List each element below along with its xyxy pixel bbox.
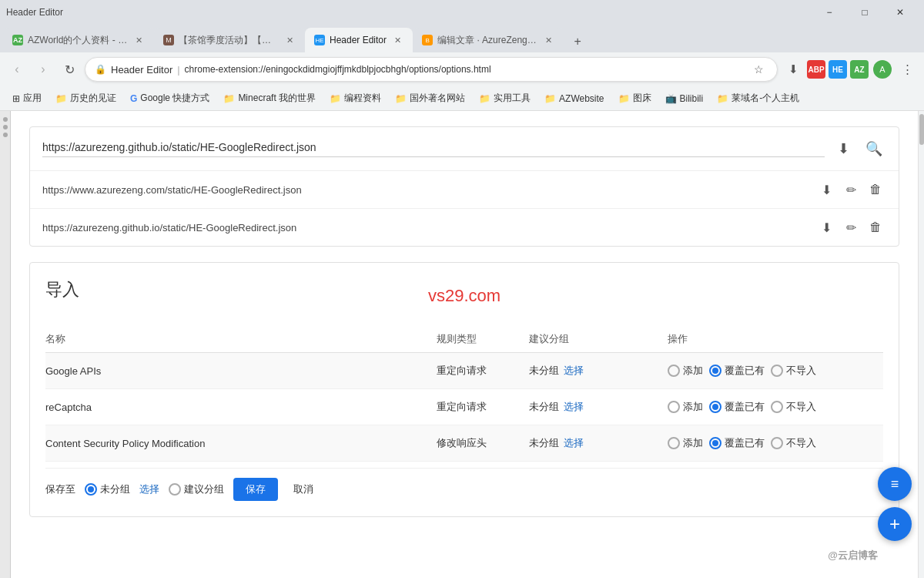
save-ungrouped-label: 未分组 — [100, 482, 130, 496]
row3-select-link[interactable]: 选择 — [564, 436, 584, 450]
row2-radio-overwrite-btn[interactable] — [709, 401, 721, 413]
left-sidebar-strip — [0, 111, 11, 578]
row1-radio-skip-btn[interactable] — [771, 365, 783, 377]
url-download-button[interactable]: ⬇ — [831, 136, 855, 161]
bookmark-star-button[interactable]: ☆ — [749, 60, 768, 79]
bookmark-folder-icon-3: 📁 — [330, 93, 341, 104]
bookmark-tools[interactable]: 📁 实用工具 — [473, 89, 537, 108]
bookmark-foreign[interactable]: 📁 国外著名网站 — [389, 89, 471, 108]
refresh-button[interactable]: ↻ — [59, 59, 80, 80]
table-header: 名称 规则类型 建议分组 操作 — [45, 326, 883, 353]
url-import-section: ⬇ 🔍 https://www.azurezeng.com/static/HE-… — [29, 126, 899, 247]
save-select-link[interactable]: 选择 — [139, 482, 159, 496]
save-suggested-radio[interactable]: 建议分组 — [169, 482, 224, 496]
url-download-btn-1[interactable]: ⬇ — [815, 179, 837, 200]
row1-radio-add-btn[interactable] — [668, 365, 680, 377]
save-ungrouped-radio[interactable]: 未分组 — [85, 482, 130, 496]
scrollbar[interactable] — [918, 111, 924, 578]
bookmark-bilibili-label: Bilibili — [680, 93, 704, 104]
row1-radio-skip[interactable]: 不导入 — [771, 364, 816, 378]
row1-group-label: 未分组 — [529, 364, 559, 378]
row2-name: reCaptcha — [45, 402, 437, 413]
url-search-button[interactable]: 🔍 — [862, 136, 886, 161]
row2-radio-overwrite[interactable]: 覆盖已有 — [709, 400, 765, 414]
row2-select-link[interactable]: 选择 — [564, 400, 584, 414]
row2-skip-label: 不导入 — [786, 400, 816, 414]
row2-radio-add-btn[interactable] — [668, 401, 680, 413]
avatar-icon[interactable]: A — [872, 59, 893, 80]
forward-button[interactable]: › — [32, 59, 54, 80]
bookmark-tools-label: 实用工具 — [494, 92, 531, 105]
url-delete-btn-1[interactable]: 🗑 — [865, 179, 886, 200]
bookmark-apps[interactable]: ⊞ 应用 — [6, 89, 48, 108]
row1-skip-label: 不导入 — [786, 364, 816, 378]
save-suggested-radio-btn[interactable] — [169, 483, 181, 496]
bookmark-folder-icon-8: 📁 — [717, 93, 728, 104]
tab-azworld[interactable]: AZ AZWorld的个人资料 - Minecra... ✕ — [3, 28, 154, 52]
address-field[interactable]: 🔒 Header Editor | chrome-extension://eni… — [85, 57, 778, 82]
tab-close-chatroom[interactable]: ✕ — [283, 34, 296, 46]
new-tab-button[interactable]: + — [567, 31, 588, 52]
save-button[interactable]: 保存 — [233, 478, 278, 501]
watermark-text: vs29.com — [428, 286, 500, 306]
fab-add-button[interactable]: + — [878, 507, 912, 541]
table-row-csp: Content Security Policy Modification 修改响… — [45, 425, 883, 462]
bookmark-folder-icon-5: 📁 — [479, 93, 490, 104]
url-delete-btn-2[interactable]: 🗑 — [865, 217, 886, 238]
row3-radio-overwrite[interactable]: 覆盖已有 — [709, 436, 765, 450]
chrome-menu-button[interactable]: ⋮ — [896, 59, 918, 80]
tab-close-blog[interactable]: ✕ — [542, 34, 554, 46]
scroll-thumb[interactable] — [919, 114, 924, 145]
cancel-button[interactable]: 取消 — [287, 478, 320, 501]
extension3-icon[interactable]: AZ — [850, 60, 869, 79]
bookmark-history[interactable]: 📁 历史的见证 — [49, 89, 122, 108]
bookmark-coding[interactable]: 📁 编程资料 — [323, 89, 387, 108]
row3-radio-skip-btn[interactable] — [771, 437, 783, 449]
row1-radio-add[interactable]: 添加 — [668, 364, 703, 378]
url-input-field[interactable] — [42, 141, 825, 157]
row3-radio-add-btn[interactable] — [668, 437, 680, 449]
row2-radio-skip[interactable]: 不导入 — [771, 400, 816, 414]
tab-label-header-editor: Header Editor — [330, 35, 387, 45]
row1-radio-overwrite-btn[interactable] — [709, 365, 721, 377]
row3-radio-overwrite-btn[interactable] — [709, 437, 721, 449]
tab-header-editor[interactable]: HE Header Editor ✕ — [305, 28, 413, 52]
url-download-btn-2[interactable]: ⬇ — [815, 217, 837, 238]
row3-radio-add[interactable]: 添加 — [668, 436, 703, 450]
save-ungrouped-radio-btn[interactable] — [85, 483, 97, 496]
url-edit-btn-1[interactable]: ✏ — [840, 179, 862, 200]
bookmark-bilibili[interactable]: 📺 Bilibili — [659, 90, 710, 107]
bookmark-imghost[interactable]: 📁 图床 — [612, 89, 658, 108]
bookmark-azwebsite[interactable]: 📁 AZWebsite — [538, 90, 610, 107]
bookmark-google[interactable]: G Google 快捷方式 — [124, 89, 216, 108]
tab-close-header-editor[interactable]: ✕ — [391, 34, 403, 46]
close-button[interactable]: ✕ — [882, 0, 918, 25]
import-section: 导入 vs29.com 名称 规则类型 建议分组 操作 Google APIs … — [29, 262, 899, 517]
row1-action-cell: 添加 覆盖已有 不导入 — [668, 364, 883, 378]
row1-radio-overwrite[interactable]: 覆盖已有 — [709, 364, 765, 378]
tab-bar: AZ AZWorld的个人资料 - Minecra... ✕ M 【茶馆季度活动… — [0, 25, 924, 52]
import-title: 导入 — [45, 278, 79, 301]
address-separator: | — [177, 64, 179, 76]
tab-blog[interactable]: B 编辑文章 · AzureZeng's Blog ... ✕ — [413, 28, 564, 52]
maximize-button[interactable]: □ — [847, 0, 882, 25]
col-header-group: 建议分组 — [529, 332, 668, 346]
tab-chatroom[interactable]: M 【茶馆季度活动】【论坛教程组... ✕ — [154, 28, 305, 52]
minimize-button[interactable]: − — [812, 0, 847, 25]
bookmark-minecraft[interactable]: 📁 Minecraft 我的世界 — [217, 89, 322, 108]
row2-radio-add[interactable]: 添加 — [668, 400, 703, 414]
bookmark-hosting[interactable]: 📁 莱域名-个人主机 — [711, 89, 805, 108]
row1-name: Google APIs — [45, 365, 437, 377]
row1-select-link[interactable]: 选择 — [564, 364, 584, 378]
downloads-icon[interactable]: ⬇ — [782, 59, 804, 80]
url-edit-btn-2[interactable]: ✏ — [840, 217, 862, 238]
row3-radio-skip[interactable]: 不导入 — [771, 436, 816, 450]
tab-close-azworld[interactable]: ✕ — [132, 34, 145, 46]
save-to-label: 保存至 — [45, 482, 75, 496]
fab-menu-button[interactable]: ≡ — [878, 467, 912, 501]
row2-radio-skip-btn[interactable] — [771, 401, 783, 413]
extension1-icon[interactable]: ABP — [807, 60, 825, 79]
lock-icon: 🔒 — [95, 64, 106, 75]
back-button[interactable]: ‹ — [6, 59, 28, 80]
extension2-icon[interactable]: HE — [829, 60, 847, 79]
